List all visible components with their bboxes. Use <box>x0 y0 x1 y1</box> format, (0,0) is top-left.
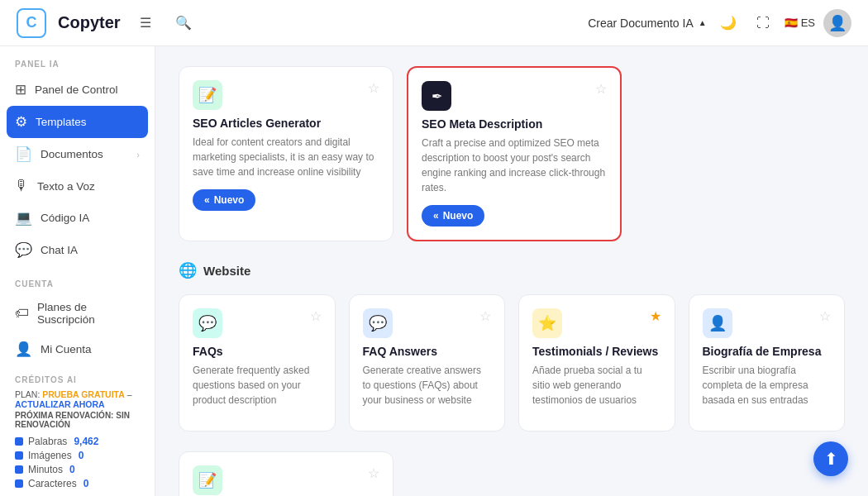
panel-control-label: Panel de Control <box>35 83 118 96</box>
faq-answers-desc: Generate creative answers to questions (… <box>363 363 492 408</box>
card-biografia-top: 👤 ☆ <box>703 308 832 338</box>
codigo-ia-label: Código IA <box>41 212 89 224</box>
flag-icon: 🇪🇸 <box>785 17 798 29</box>
card-biografia[interactable]: 👤 ☆ Biografía de Empresa Escribir una bi… <box>689 294 846 432</box>
texto-voz-icon: 🎙 <box>15 178 29 194</box>
card-seo-articles[interactable]: 📝 ☆ SEO Articles Generator Ideal for con… <box>179 66 393 241</box>
main-layout: PANEL IA ⊞ Panel de Control ⚙ Templates … <box>0 46 868 496</box>
seo-articles-nuevo-button[interactable]: « Nuevo <box>193 189 255 211</box>
sidebar-item-texto-voz[interactable]: 🎙 Texto a Voz <box>0 170 155 202</box>
boletines-icon: 📝 <box>193 465 222 495</box>
avatar-icon: 👤 <box>828 14 847 32</box>
boletines-grid: 📝 ☆ Generador de Boletines Genere un bol… <box>179 451 845 496</box>
grid-icon: ⊞ <box>15 81 26 98</box>
seo-articles-star[interactable]: ☆ <box>368 80 379 96</box>
create-doc-button[interactable]: Crear Documento IA ▲ <box>588 17 707 30</box>
imagenes-dot <box>15 451 23 460</box>
boletines-star[interactable]: ☆ <box>368 465 379 481</box>
caracteres-label: Caracteres <box>28 478 77 489</box>
mi-cuenta-label: Mi Cuenta <box>41 343 92 355</box>
seo-meta-nuevo-button[interactable]: « Nuevo <box>422 205 484 227</box>
card-boletines[interactable]: 📝 ☆ Generador de Boletines Genere un bol… <box>179 451 393 496</box>
website-heading-text: Website <box>203 264 250 278</box>
card-seo-articles-top: 📝 ☆ <box>193 80 379 110</box>
seo-meta-btn-label: Nuevo <box>443 210 474 222</box>
website-heading: 🌐 Website <box>179 261 845 279</box>
seo-articles-desc: Ideal for content creators and digital m… <box>193 135 379 179</box>
sidebar-item-codigo-ia[interactable]: 💻 Código IA <box>0 202 155 234</box>
lang-label: ES <box>801 17 815 29</box>
topbar: C Copyter ☰ 🔍 Crear Documento IA ▲ 🌙 ⛶ 🇪… <box>0 0 868 46</box>
biografia-star[interactable]: ☆ <box>819 308 831 324</box>
seo-articles-btn-label: Nuevo <box>214 194 245 206</box>
templates-icon: ⚙ <box>15 113 27 131</box>
faqs-desc: Generate frequently asked questions base… <box>193 363 322 408</box>
card-faq-answers[interactable]: 💬 ☆ FAQ Answers Generate creative answer… <box>349 294 506 432</box>
chat-ia-label: Chat IA <box>41 244 78 256</box>
search-button[interactable]: 🔍 <box>170 10 197 36</box>
hamburger-button[interactable]: ☰ <box>132 10 159 36</box>
create-doc-label: Crear Documento IA <box>588 17 694 30</box>
card-faqs[interactable]: 💬 ☆ FAQs Generate frequently asked quest… <box>179 294 336 432</box>
topbar-left: C Copyter ☰ 🔍 <box>17 8 197 38</box>
renewal-line: PRÓXIMA RENOVACIÓN: SIN RENOVACIÓN <box>15 411 140 429</box>
biografia-title: Biografía de Empresa <box>703 345 832 358</box>
card-seo-meta[interactable]: ✒ ☆ SEO Meta Description Craft a precise… <box>407 66 622 241</box>
chat-ia-icon: 💬 <box>15 241 32 259</box>
plan-prefix: PLAN: <box>15 389 40 399</box>
seo-meta-title: SEO Meta Description <box>422 117 607 131</box>
seo-articles-title: SEO Articles Generator <box>193 117 379 130</box>
card-faq-answers-top: 💬 ☆ <box>363 308 492 338</box>
faqs-star[interactable]: ☆ <box>310 308 322 324</box>
scroll-up-icon: ⬆ <box>824 449 838 469</box>
credit-row-minutos: Minutos 0 <box>15 464 140 475</box>
credit-row-imagenes: Imágenes 0 <box>15 450 140 461</box>
caracteres-dot <box>15 479 23 488</box>
faqs-title: FAQs <box>193 345 322 358</box>
documentos-chevron: › <box>136 150 140 160</box>
testimonials-icon: ⭐ <box>532 308 562 338</box>
texto-voz-label: Texto a Voz <box>37 180 95 193</box>
language-button[interactable]: 🇪🇸 ES <box>785 17 815 29</box>
testimonials-desc: Añade prueba social a tu sitio web gener… <box>532 363 661 408</box>
sidebar-item-templates[interactable]: ⚙ Templates <box>7 106 148 138</box>
faqs-icon: 💬 <box>193 308 222 338</box>
faq-answers-star[interactable]: ☆ <box>479 308 491 324</box>
codigo-ia-icon: 💻 <box>15 209 32 227</box>
mi-cuenta-icon: 👤 <box>15 341 32 358</box>
seo-meta-star[interactable]: ☆ <box>595 81 607 97</box>
card-boletines-top: 📝 ☆ <box>193 465 379 495</box>
sidebar-item-chat-ia[interactable]: 💬 Chat IA <box>0 234 155 266</box>
theme-toggle-button[interactable]: 🌙 <box>715 10 742 36</box>
card-testimonials[interactable]: ⭐ ★ Testimonials / Reviews Añade prueba … <box>518 294 675 432</box>
panel-ia-label: PANEL IA <box>0 46 155 74</box>
credit-row-palabras: Palabras 9,462 <box>15 436 140 447</box>
faq-answers-icon: 💬 <box>363 308 393 338</box>
scroll-to-top-button[interactable]: ⬆ <box>813 441 848 476</box>
seo-meta-desc: Craft a precise and optimized SEO meta d… <box>422 136 607 195</box>
logo-box: C <box>17 8 46 38</box>
planes-label: Planes de Suscripción <box>37 301 140 326</box>
palabras-dot <box>15 437 23 446</box>
seo-meta-btn-icon: « <box>433 210 439 222</box>
seo-articles-icon: 📝 <box>193 80 222 110</box>
website-cards-grid: 💬 ☆ FAQs Generate frequently asked quest… <box>179 294 845 432</box>
sidebar-item-planes[interactable]: 🏷 Planes de Suscripción <box>0 293 155 333</box>
upgrade-link[interactable]: ACTUALIZAR AHORA <box>15 399 105 409</box>
seo-articles-btn-icon: « <box>204 194 210 206</box>
sidebar-item-mi-cuenta[interactable]: 👤 Mi Cuenta <box>0 333 155 365</box>
cuenta-label: CUENTA <box>0 266 155 293</box>
credits-section: CRÉDITOS AI PLAN: PRUEBA GRATUITA – ACTU… <box>0 365 155 492</box>
main-content: 📝 ☆ SEO Articles Generator Ideal for con… <box>155 46 868 496</box>
caracteres-value: 0 <box>83 478 89 489</box>
sidebar-item-panel-control[interactable]: ⊞ Panel de Control <box>0 74 155 106</box>
testimonials-star[interactable]: ★ <box>650 308 661 324</box>
sidebar-item-documentos[interactable]: 📄 Documentos › <box>0 138 155 170</box>
plan-line: PLAN: PRUEBA GRATUITA – ACTUALIZAR AHORA <box>15 389 140 409</box>
minutos-dot <box>15 465 23 474</box>
palabras-value: 9,462 <box>74 436 98 447</box>
fullscreen-button[interactable]: ⛶ <box>750 10 776 36</box>
avatar[interactable]: 👤 <box>823 9 851 37</box>
templates-label: Templates <box>36 116 87 128</box>
biografia-desc: Escribir una biografía completa de la em… <box>703 363 832 408</box>
